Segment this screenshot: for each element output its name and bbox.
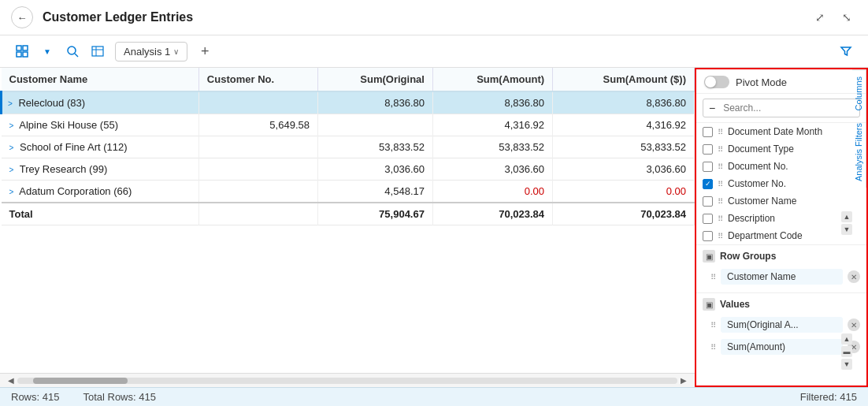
checkbox-customer-name[interactable] xyxy=(703,196,713,207)
table-header-row: Customer Name Customer No. Sum(Original … xyxy=(2,68,695,91)
svg-rect-6 xyxy=(92,47,103,56)
cell-sum-original: 4,548.17 xyxy=(317,181,432,203)
col-label: Customer No. xyxy=(728,178,860,189)
grid-icon[interactable] xyxy=(11,40,33,62)
checkbox-doc-type[interactable] xyxy=(703,144,713,155)
col-label: Description xyxy=(728,213,860,224)
checkbox-doc-date-month[interactable] xyxy=(703,127,713,137)
drag-handle[interactable]: ⠿ xyxy=(710,321,716,330)
checkbox-dept-code[interactable] xyxy=(703,231,713,241)
col-scroll-down[interactable]: ▼ xyxy=(841,224,852,235)
col-item-doc-date-month[interactable]: ⠿ Document Date Month xyxy=(696,123,866,140)
drag-handle[interactable]: ⠿ xyxy=(710,343,716,352)
col-item-customer-name[interactable]: ⠿ Customer Name xyxy=(696,192,866,210)
expand-icon[interactable]: > xyxy=(9,188,14,196)
checkbox-customer-no[interactable]: ✓ xyxy=(703,179,713,189)
table-area: Customer Name Customer No. Sum(Original … xyxy=(0,68,695,387)
values-scroll-up[interactable]: ▲ xyxy=(841,333,852,345)
cell-sum-amount-usd: 8,836.80 xyxy=(553,91,695,114)
cell-customer-name: > Adatum Corporation (66) xyxy=(2,181,199,203)
back-button[interactable]: ← xyxy=(11,6,33,28)
col-label: Customer Name xyxy=(728,196,860,207)
cell-customer-no xyxy=(198,158,317,181)
drag-handle[interactable]: ⠿ xyxy=(718,197,723,206)
cell-customer-no xyxy=(198,136,317,158)
col-header-sum-amount-usd[interactable]: Sum(Amount ($)) xyxy=(553,68,695,91)
scroll-track[interactable] xyxy=(17,378,677,384)
grid-dropdown-icon[interactable]: ▼ xyxy=(36,40,58,62)
checkbox-description[interactable] xyxy=(703,214,713,224)
columns-tab[interactable]: Columns xyxy=(852,69,866,117)
drag-handle[interactable]: ⠿ xyxy=(710,273,716,281)
total-sum-amount: 70,023.84 xyxy=(432,203,552,225)
values-scroll-middle[interactable]: ▬ xyxy=(841,346,852,357)
cell-sum-amount: 4,316.92 xyxy=(432,114,552,136)
expand-icon[interactable]: > xyxy=(9,166,14,174)
main-content: Customer Name Customer No. Sum(Original … xyxy=(0,68,868,387)
cell-sum-amount: 8,836.80 xyxy=(432,91,552,114)
row-groups-collapse-icon[interactable]: ▣ xyxy=(703,250,715,263)
analysis-tab-button[interactable]: Analysis 1 ∨ xyxy=(115,42,187,61)
add-tab-button[interactable]: + xyxy=(194,40,216,62)
scroll-left-arrow[interactable]: ◀ xyxy=(5,376,17,385)
minimize-button[interactable]: ⤡ xyxy=(836,7,857,28)
scroll-right-arrow[interactable]: ▶ xyxy=(677,376,690,385)
row-group-customer-name: ⠿ Customer Name ✕ xyxy=(696,266,866,288)
row-groups-section-header: ▣ Row Groups xyxy=(696,244,866,266)
expand-button[interactable]: ⤢ xyxy=(810,7,830,28)
drag-handle[interactable]: ⠿ xyxy=(718,145,723,154)
checkbox-doc-no[interactable] xyxy=(703,162,713,172)
total-label: Total xyxy=(2,203,199,225)
col-item-doc-no[interactable]: ⠿ Document No. xyxy=(696,158,866,175)
cell-sum-amount: 53,833.52 xyxy=(432,136,552,158)
value-item-sum-original: ⠿ Sum(Original A... ✕ xyxy=(696,314,866,336)
svg-rect-2 xyxy=(17,52,21,57)
expand-icon[interactable]: > xyxy=(8,99,13,108)
back-icon: ← xyxy=(17,12,28,24)
pivot-mode-toggle[interactable] xyxy=(704,76,729,88)
table-row[interactable]: > Alpine Ski House (55) 5,649.58 4,316.9… xyxy=(2,114,695,136)
values-collapse-icon[interactable]: ▣ xyxy=(703,298,715,311)
expand-icon[interactable]: > xyxy=(9,121,14,130)
toolbar: ▼ Analysis 1 ∨ + xyxy=(0,35,868,68)
filter-icon-button[interactable] xyxy=(835,40,857,62)
expand-icon[interactable]: > xyxy=(9,143,14,152)
total-sum-amount-usd: 70,023.84 xyxy=(553,203,695,225)
scroll-thumb[interactable] xyxy=(33,378,128,384)
search-input[interactable] xyxy=(723,102,854,114)
svg-line-5 xyxy=(75,54,78,57)
value-label: Sum(Amount) xyxy=(721,339,843,355)
table-row[interactable]: > Trey Research (99) 3,036.60 3,036.60 3… xyxy=(2,158,695,181)
col-scroll-up[interactable]: ▲ xyxy=(841,211,852,222)
drag-handle[interactable]: ⠿ xyxy=(718,180,723,188)
drag-handle[interactable]: ⠿ xyxy=(718,214,723,223)
search-icon[interactable] xyxy=(61,40,83,62)
values-scroll-down[interactable]: ▼ xyxy=(841,359,852,370)
col-item-doc-type[interactable]: ⠿ Document Type xyxy=(696,140,866,158)
col-header-sum-original[interactable]: Sum(Original xyxy=(317,68,432,91)
pivot-mode-label: Pivot Mode xyxy=(736,76,787,88)
cell-sum-amount: 3,036.60 xyxy=(432,158,552,181)
drag-handle[interactable]: ⠿ xyxy=(718,232,723,240)
table-row[interactable]: > School of Fine Art (112) 53,833.52 53,… xyxy=(2,136,695,158)
col-label: Document Type xyxy=(728,143,860,155)
col-item-customer-no[interactable]: ✓ ⠿ Customer No. xyxy=(696,175,866,192)
toolbar-icons: ▼ xyxy=(11,40,109,62)
col-header-customer-name[interactable]: Customer Name xyxy=(2,68,199,91)
col-header-sum-amount[interactable]: Sum(Amount) xyxy=(432,68,552,91)
cell-customer-no xyxy=(198,91,317,114)
drag-handle[interactable]: ⠿ xyxy=(718,128,723,136)
horizontal-scrollbar[interactable]: ◀ ▶ xyxy=(0,373,695,387)
drag-handle[interactable]: ⠿ xyxy=(718,162,723,171)
table-wrapper[interactable]: Customer Name Customer No. Sum(Original … xyxy=(0,68,695,373)
minus-icon[interactable]: − xyxy=(709,102,715,114)
analysis-filters-tab[interactable]: Analysis Filters xyxy=(852,117,866,188)
col-label: Document No. xyxy=(728,161,860,172)
top-right-actions: ⤢ ⤡ xyxy=(810,7,857,28)
cell-customer-no: 5,649.58 xyxy=(198,114,317,136)
table-row[interactable]: > Adatum Corporation (66) 4,548.17 0.00 … xyxy=(2,181,695,203)
table-row[interactable]: > Relecloud (83) 8,836.80 8,836.80 8,836… xyxy=(2,91,695,114)
analysis-tab-chevron: ∨ xyxy=(173,47,179,56)
table-icon[interactable] xyxy=(87,40,109,62)
col-header-customer-no[interactable]: Customer No. xyxy=(198,68,317,91)
